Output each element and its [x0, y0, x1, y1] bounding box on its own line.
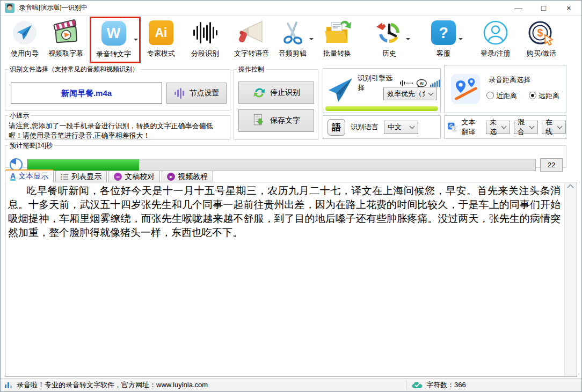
maximize-button[interactable]: □ [531, 1, 556, 15]
tab-proofread[interactable]: ∞ 文稿校对 [108, 171, 160, 182]
toolbar-button-batch-convert[interactable]: 批量转换 [318, 18, 357, 60]
transcript-text-area[interactable]: 吃早餐听新闻，各位好今天是十一月十五号星期三，农历九月二十七，译文在上海问候您，… [5, 182, 577, 377]
toolbar-button-audio-edit[interactable]: 音频剪辑 [274, 18, 311, 60]
view-tabs: A 文本显示 列表显示 ∞ 文稿校对 ▶ 视频教程 [5, 169, 215, 182]
vertical-scrollbar[interactable] [564, 183, 576, 376]
toolbar-label: 登录/注册 [481, 49, 511, 58]
toolbar-label: 文字转语音 [234, 49, 269, 58]
node-settings-button[interactable]: 节点设置 [166, 83, 227, 104]
engine-paper-plane-icon [326, 76, 354, 104]
scissors-icon [280, 19, 305, 47]
chevron-down-icon [428, 90, 434, 95]
language-badge-icon[interactable]: 語 [328, 119, 345, 136]
dollar-activate-icon: $ [527, 19, 555, 47]
engine-status-bar [325, 106, 438, 111]
toolbar-label: 历史 [382, 49, 396, 58]
toolbar-button-segment-recognition[interactable]: 分段识别 [186, 18, 224, 60]
sync-arrows-icon [252, 86, 266, 100]
status-bar: 录音啦！专业的录音转文字软件，官方网址：www.luyinla.com 字符数：… [1, 378, 581, 391]
tips-text: 请注意,您添加了一段手机录音进行识别，转换的文字正确率会偏低喔！请使用录音笔进行… [5, 120, 230, 143]
ai-bubble-icon: AI [416, 79, 427, 87]
proofread-icon: ∞ [114, 173, 122, 181]
engine-panel: 识别引擎选择 AI 效率优先（免费） [323, 68, 441, 113]
chevron-down-icon [501, 124, 506, 129]
text-a-icon: A [10, 173, 16, 181]
file-selection-legend: 识别文件选择（支持常见的音频和视频识别） [8, 65, 140, 74]
toolbar-button-support[interactable]: ? 客服 [426, 18, 461, 60]
dropdown-caret-icon[interactable] [309, 38, 314, 42]
toolbar-button-expert-mode[interactable]: Ai 专家模式 [142, 18, 180, 60]
guide-paper-plane-icon [12, 19, 38, 47]
engine-selected-value: 效率优先（免费） [387, 89, 425, 99]
save-document-icon [252, 114, 266, 128]
list-icon [61, 173, 69, 180]
operation-control-group: 操作控制 停止识别 保存文字 [234, 65, 318, 140]
toolbar-label: 使用向导 [11, 49, 39, 58]
megaphone-icon [237, 19, 266, 47]
translation-select-2[interactable]: 混合 [514, 121, 538, 134]
tab-list-display[interactable]: 列表显示 [55, 171, 107, 182]
close-button[interactable]: × [556, 1, 581, 15]
waveform-icon [192, 19, 219, 47]
toolbar-highlight-box: W 录音转文字 [90, 17, 141, 63]
file-selection-group: 识别文件选择（支持常见的音频和视频识别） 新闻早餐.m4a 节点设置 [5, 65, 230, 111]
save-text-button[interactable]: 保存文字 [238, 109, 314, 132]
window-title: 录音啦[演示版]—识别中 [19, 3, 88, 12]
tips-group: 小提示 请注意,您添加了一段手机录音进行识别，转换的文字正确率会偏低喔！请使用录… [5, 111, 230, 140]
minimize-button[interactable]: — [506, 1, 531, 15]
char-count-text: 字符数：366 [426, 380, 466, 390]
engine-select[interactable]: 效率优先（免费） [383, 87, 437, 100]
toolbar-button-purchase[interactable]: $ 购买/激活 [522, 18, 562, 60]
dropdown-caret-icon[interactable] [134, 39, 138, 43]
node-settings-label: 节点设置 [190, 88, 220, 98]
stop-recognition-button[interactable]: 停止识别 [238, 82, 314, 104]
scroll-up-icon[interactable] [567, 184, 574, 191]
operation-control-legend: 操作控制 [237, 65, 266, 74]
chevron-down-icon [557, 124, 563, 129]
radio-near-distance[interactable]: 近距离 [486, 91, 517, 101]
dropdown-caret-icon[interactable] [406, 38, 410, 42]
toolbar-button-history[interactable]: 历史 [370, 18, 408, 60]
translation-select-1[interactable]: 未选 [486, 121, 510, 134]
tab-video-tutorial[interactable]: ▶ 视频教程 [162, 171, 213, 182]
progress-group: 预计需要[14]秒 22 [5, 141, 566, 168]
dropdown-caret-icon[interactable] [459, 38, 463, 42]
toolbar-button-video-subtitle[interactable]: 视频取字幕 [43, 18, 88, 60]
distance-panel: 录音距离选择 近距离 远距离 [444, 65, 566, 113]
translation-select-3[interactable]: 在线 [542, 121, 566, 134]
google-translate-icon: G 文 [448, 121, 457, 134]
toolbar-button-audio-to-text[interactable]: W 录音转文字 [91, 18, 136, 60]
svg-text:文: 文 [453, 127, 457, 131]
language-select[interactable]: 中文 [384, 121, 418, 134]
toolbar-label: 专家模式 [147, 49, 175, 58]
folder-convert-icon [323, 19, 352, 47]
progress-value-box: 22 [540, 158, 563, 172]
translation-label: 文本翻译 [461, 117, 482, 137]
toolbar-button-guide[interactable]: 使用向导 [6, 18, 43, 60]
w-letter-icon: W [101, 19, 126, 47]
status-left-text: 录音啦！专业的录音转文字软件，官方网址：www.luyinla.com [17, 380, 208, 390]
node-waveform-icon [174, 87, 186, 99]
chevron-down-icon [529, 124, 535, 129]
toolbar-label: 音频剪辑 [279, 49, 307, 58]
map-pins-icon [451, 74, 480, 104]
toolbar-label: 录音转文字 [96, 49, 131, 59]
tips-legend: 小提示 [8, 111, 31, 120]
tab-text-display[interactable]: A 文本显示 [5, 169, 54, 182]
transcript-text: 吃早餐听新闻，各位好今天是十一月十五号星期三，农历九月二十七，译文在上海问候您，… [8, 184, 561, 375]
toolbar-button-text-to-speech[interactable]: 文字转语音 [229, 18, 274, 60]
toolbar-label: 视频取字幕 [48, 49, 83, 58]
radio-far-distance[interactable]: 远距离 [529, 91, 559, 101]
selected-file-field[interactable]: 新闻早餐.m4a [11, 83, 162, 104]
history-clock-icon [375, 19, 403, 47]
svg-text:$: $ [537, 27, 543, 39]
ai-letters-icon: Ai [149, 19, 173, 47]
clapperboard-icon [52, 19, 80, 47]
progress-fill [27, 159, 139, 171]
main-toolbar: 使用向导 [1, 16, 581, 63]
toolbar-button-login[interactable]: 登录/注册 [476, 18, 515, 60]
signal-bars-icon [430, 79, 440, 87]
language-panel: 語 识别语言 中文 [323, 115, 441, 139]
user-circle-icon [482, 19, 509, 47]
save-text-label: 保存文字 [270, 116, 300, 125]
